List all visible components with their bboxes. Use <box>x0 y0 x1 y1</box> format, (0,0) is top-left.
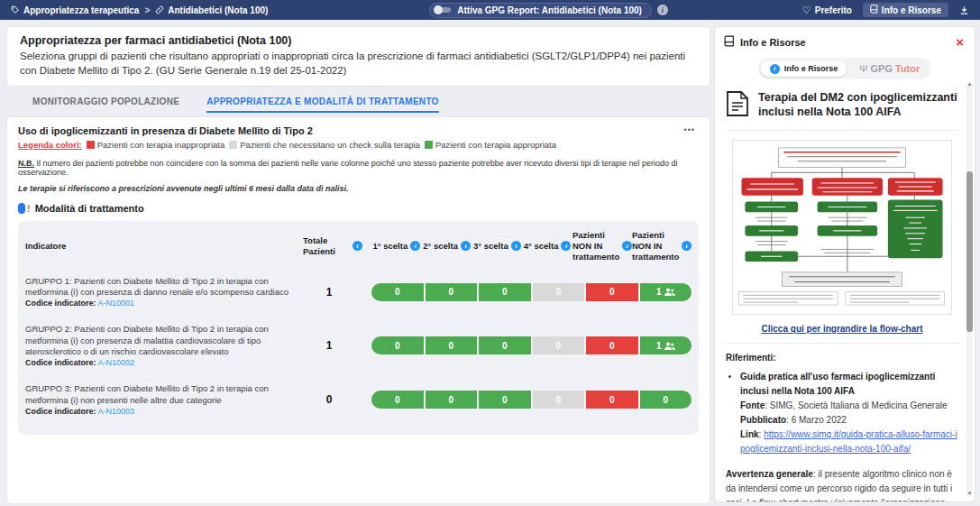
scrollbar-thumb[interactable] <box>966 171 973 332</box>
treatment-table: Indicatore Totale Pazienti i 1° sceltai … <box>18 221 699 435</box>
favorite-label: Preferito <box>815 5 852 15</box>
code-label: Codice indicatore: <box>25 299 96 308</box>
sidebar-title: Info e Risorse <box>740 37 954 48</box>
info-icon[interactable]: i <box>511 241 521 251</box>
info-icon[interactable]: i <box>622 241 632 251</box>
table-header-row: Indicatore Totale Pazienti i 1° sceltai … <box>25 223 691 268</box>
info-icon[interactable]: i <box>682 241 691 251</box>
segment-4-scelta[interactable]: 0 <box>533 336 587 354</box>
section-heading-modalita: ! Modalità di trattamento <box>18 203 699 214</box>
treatment-panel: Uso di ipoglicemizzanti in presenza di D… <box>7 117 710 503</box>
scroll-up-icon[interactable]: ▲ <box>966 81 973 87</box>
table-row: GRUPPO 3: Pazienti con Diabete Mellito d… <box>25 375 691 424</box>
segment-non-in-trattamento[interactable]: 0 <box>586 391 640 409</box>
legend-item-appropriata: Pazienti con terapia appropriata <box>425 140 556 150</box>
therapy-segment-bar: 0 0 0 0 0 1 <box>371 283 691 301</box>
tab-appropriatezza-trattamento[interactable]: APPROPRIATEZZA E MODALITÀ DI TRATTAMENTO <box>206 97 439 113</box>
info-icon[interactable]: i <box>410 241 420 251</box>
gpg-toggle-label: Attiva GPG Report: Antidiabetici (Nota 1… <box>457 5 642 15</box>
people-icon <box>664 342 675 350</box>
document-icon <box>726 90 749 121</box>
info-icon[interactable]: i <box>561 241 571 251</box>
panel-title: Uso di ipoglicemizzanti in presenza di D… <box>18 125 313 136</box>
tab-gpg-tutor[interactable]: Ψ GPGTutor <box>850 60 929 77</box>
link-icon <box>155 5 164 14</box>
breadcrumb-item-appropriatezza[interactable]: Appropriatezza terapeutica <box>11 5 139 15</box>
segment-non-in-trattamento-2[interactable]: 1 <box>640 336 692 354</box>
indicator-code-link[interactable]: A-N10002 <box>98 358 135 367</box>
segment-3-scelta[interactable]: 0 <box>479 283 533 301</box>
download-icon[interactable] <box>959 5 969 15</box>
reference-item: Guida pratica all'uso farmaci ipoglicemi… <box>740 370 958 456</box>
tab-info-e-risorse[interactable]: i Info e Risorse <box>761 61 847 77</box>
info-risorse-button[interactable]: Info e Risorse <box>863 3 948 17</box>
segment-2-scelta[interactable]: 0 <box>426 336 480 354</box>
nb-label: N.B. <box>18 159 34 168</box>
sidebar-tab-switch: i Info e Risorse Ψ GPGTutor <box>758 58 931 79</box>
indicator-title: GRUPPO 3: Pazienti con Diabete Mellito d… <box>25 383 303 406</box>
sidebar-scrollbar[interactable]: ▲ ▼ <box>966 81 973 496</box>
total-patients-value: 1 <box>303 286 371 299</box>
segment-1-scelta[interactable]: 0 <box>371 283 426 301</box>
info-icon[interactable]: i <box>461 241 471 251</box>
tab-monitoraggio-popolazione[interactable]: MONITORAGGIO POPOLAZIONE <box>32 97 179 113</box>
breadcrumb-item-antidiabetici[interactable]: Antidiabetici (Nota 100) <box>155 5 268 15</box>
more-options-icon[interactable]: ••• <box>681 125 699 134</box>
close-icon[interactable]: × <box>954 37 966 48</box>
therapy-period-note: Le terapie si riferiscono a prescrizioni… <box>18 184 699 193</box>
col-indicatore: Indicatore <box>25 241 303 252</box>
info-icon[interactable]: i <box>353 241 362 251</box>
flowchart-thumbnail[interactable] <box>732 140 952 315</box>
segment-1-scelta[interactable]: 0 <box>371 336 426 354</box>
segment-non-in-trattamento[interactable]: 0 <box>586 336 640 354</box>
segment-4-scelta[interactable]: 0 <box>533 283 587 301</box>
info-risorse-label: Info e Risorse <box>882 5 941 15</box>
col-totale-pazienti: Totale Pazienti i <box>303 235 371 257</box>
table-row: GRUPPO 1: Pazienti con Diabete Mellito d… <box>25 268 691 317</box>
col-3-scelta: 3° sceltai <box>472 241 523 252</box>
book-icon <box>724 34 735 51</box>
toggle-switch-icon[interactable] <box>434 5 452 14</box>
segment-3-scelta[interactable]: 0 <box>479 391 533 409</box>
segment-3-scelta[interactable]: 0 <box>479 336 533 354</box>
chevron-right-icon: > <box>144 5 150 15</box>
enlarge-flowchart-link[interactable]: Clicca qui per ingrandire la flow-chart <box>726 324 958 334</box>
segment-2-scelta[interactable]: 0 <box>426 283 480 301</box>
references-list: Guida pratica all'uso farmaci ipoglicemi… <box>740 370 958 456</box>
scroll-down-icon[interactable]: ▼ <box>966 491 973 496</box>
table-row: GRUPPO 2: Pazienti con Diabete Mellito d… <box>25 316 691 375</box>
page-title: Appropriatezza per farmaci antidiabetici… <box>20 34 697 47</box>
segment-4-scelta[interactable]: 0 <box>533 391 587 409</box>
total-patients-value: 1 <box>303 339 371 352</box>
info-risorse-sidebar: Info e Risorse × i Info e Risorse Ψ GPGT… <box>715 27 975 501</box>
book-icon <box>870 5 878 15</box>
segment-1-scelta[interactable]: 0 <box>371 391 426 409</box>
total-patients-value: 0 <box>303 393 371 406</box>
segment-2-scelta[interactable]: 0 <box>426 391 480 409</box>
col-4-scelta: 4° sceltai <box>522 241 572 252</box>
indicator-code-link[interactable]: A-N10003 <box>98 407 135 416</box>
segment-non-in-trattamento[interactable]: 0 <box>586 283 640 301</box>
segment-non-in-trattamento-2[interactable]: 0 <box>640 391 692 409</box>
tag-icon <box>11 5 20 14</box>
breadcrumb: Appropriatezza terapeutica > Antidiabeti… <box>11 5 268 15</box>
code-label: Codice indicatore: <box>25 358 96 367</box>
pill-icon <box>18 203 25 214</box>
col-non-in-trattamento-1: Pazienti NON IN trattamentoi <box>572 230 632 262</box>
legend-item-check: Pazienti che necessitano un check sulla … <box>229 140 420 150</box>
legend-label: Legenda colori: <box>18 140 82 150</box>
segment-non-in-trattamento-2[interactable]: 1 <box>640 283 692 301</box>
sidebar-content: Terapia del DM2 con ipoglicemizzanti inc… <box>715 79 975 501</box>
green-swatch-icon <box>425 141 433 149</box>
gpg-report-toggle[interactable]: Attiva GPG Report: Antidiabetici (Nota 1… <box>429 3 652 18</box>
info-icon[interactable]: i <box>657 5 668 15</box>
indicator-code-link[interactable]: A-N10001 <box>98 299 135 308</box>
legend-item-inappropriata: Pazienti con terapia inappropriata <box>87 140 225 150</box>
favorite-button[interactable]: ♡ Preferito <box>802 5 852 16</box>
reference-title: Guida pratica all'uso farmaci ipoglicemi… <box>740 372 935 396</box>
tab-bar: MONITORAGGIO POPOLAZIONE APPROPRIATEZZA … <box>7 91 710 113</box>
indicator-title: GRUPPO 1: Pazienti con Diabete Mellito d… <box>25 276 303 299</box>
exclamation-icon: ! <box>27 203 31 214</box>
references-heading: Riferimenti: <box>726 353 958 363</box>
reference-link[interactable]: https://www.simg.it/guida-pratica-alluso… <box>740 429 957 454</box>
